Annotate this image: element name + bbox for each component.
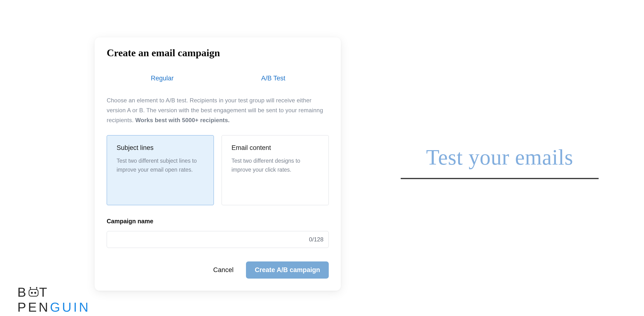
- campaign-name-label: Campaign name: [107, 218, 329, 225]
- ab-test-description: Choose an element to A/B test. Recipient…: [107, 96, 329, 125]
- char-counter: 0/128: [309, 236, 324, 243]
- hero-heading: Test your emails: [391, 145, 608, 170]
- tab-ab-test[interactable]: A/B Test: [218, 73, 329, 84]
- create-ab-campaign-button[interactable]: Create A/B campaign: [246, 262, 329, 278]
- option-subject-title: Subject lines: [116, 144, 204, 152]
- botpenguin-logo: BT PENGUIN: [18, 285, 90, 314]
- tab-regular[interactable]: Regular: [107, 73, 218, 84]
- option-content-title: Email content: [232, 144, 319, 152]
- logo-line-1: BT: [18, 285, 90, 300]
- robot-icon: [28, 285, 39, 300]
- logo-line-2: PENGUIN: [18, 300, 90, 314]
- hero-heading-block: Test your emails: [391, 145, 608, 179]
- campaign-name-input-wrap: 0/128: [107, 231, 329, 248]
- svg-point-1: [30, 287, 31, 288]
- option-content-desc: Test two different designs to improve yo…: [232, 156, 319, 174]
- option-subject-desc: Test two different subject lines to impr…: [116, 156, 204, 174]
- dialog-actions: Cancel Create A/B campaign: [107, 262, 329, 278]
- logo-pen: PEN: [18, 300, 50, 314]
- description-bold: Works best with 5000+ recipients.: [135, 117, 230, 123]
- option-subject-lines[interactable]: Subject lines Test two different subject…: [107, 135, 214, 205]
- option-email-content[interactable]: Email content Test two different designs…: [222, 135, 329, 205]
- svg-point-3: [36, 287, 38, 288]
- svg-rect-4: [29, 290, 38, 296]
- dialog-title: Create an email campaign: [107, 47, 329, 59]
- logo-guin: GUIN: [50, 300, 90, 314]
- logo-t: T: [39, 285, 49, 299]
- hero-underline: [401, 178, 598, 179]
- create-campaign-dialog: Create an email campaign Regular A/B Tes…: [94, 38, 341, 291]
- ab-test-options: Subject lines Test two different subject…: [107, 135, 329, 205]
- svg-point-5: [31, 292, 33, 294]
- cancel-button[interactable]: Cancel: [212, 263, 235, 277]
- svg-point-6: [34, 292, 36, 294]
- campaign-type-tabs: Regular A/B Test: [107, 73, 329, 84]
- campaign-name-input[interactable]: [107, 231, 329, 248]
- logo-b: B: [18, 285, 28, 299]
